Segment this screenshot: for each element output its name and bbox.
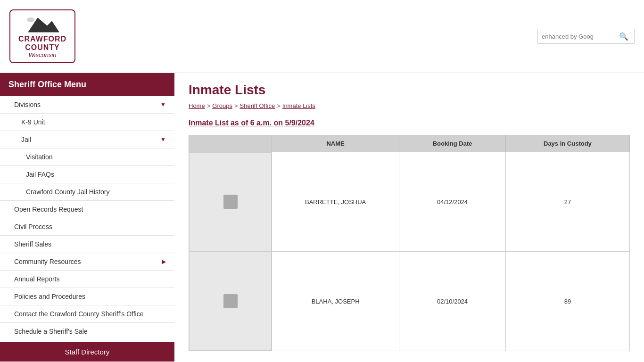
sidebar-item-visitation[interactable]: Visitation [0, 148, 174, 166]
sidebar-item-divisions[interactable]: Divisions ▼ [0, 96, 174, 114]
breadcrumb-sep2: > [234, 102, 238, 109]
breadcrumb: Home > Groups > Sheriff Office > Inmate … [189, 102, 630, 109]
breadcrumb-inmate-lists[interactable]: Inmate Lists [282, 102, 315, 109]
sidebar-item-annual-reports[interactable]: Annual Reports [0, 271, 174, 288]
sidebar-item-label: Jail FAQs [26, 171, 54, 178]
inmate-name: BARRETTE, JOSHUA [272, 152, 399, 252]
sidebar-item-label: Contact the Crawford County Sheriff's Of… [14, 310, 144, 318]
sidebar-item-sheriff-sales[interactable]: Sheriff Sales [0, 236, 174, 253]
table-header-days: Days in Custody [505, 135, 629, 152]
search-input[interactable] [542, 33, 617, 40]
inmate-list-title: Inmate List as of 6 a.m. on 5/9/2024 [189, 119, 630, 127]
logo-area: CRAWFORD COUNTY Wisconsin [9, 9, 75, 63]
logo-wisconsin: Wisconsin [28, 51, 56, 58]
logo-mountain-icon [24, 14, 61, 33]
sidebar-item-community-resources[interactable]: Community Resources ▶ [0, 253, 174, 271]
sidebar-item-label: Divisions [14, 101, 41, 108]
sidebar-item-label: Sheriff Sales [14, 240, 51, 248]
main-layout: Sheriff Office Menu Divisions ▼ K-9 Unit… [0, 73, 644, 362]
inmate-booking-date: 02/10/2024 [399, 252, 506, 351]
photo-placeholder [223, 294, 238, 308]
inmate-photo-cell [189, 152, 272, 252]
breadcrumb-groups[interactable]: Groups [212, 102, 232, 109]
table-row: BARRETTE, JOSHUA 04/12/2024 27 [189, 152, 630, 252]
breadcrumb-sep3: > [277, 102, 281, 109]
inmate-days: 27 [505, 152, 629, 252]
table-header-name: NAME [272, 135, 399, 152]
inmate-booking-date: 04/12/2024 [399, 152, 506, 252]
inmate-name: BLAHA, JOSEPH [272, 252, 399, 351]
chevron-right-icon: ▶ [162, 258, 166, 265]
inmate-photo [189, 252, 272, 351]
breadcrumb-sheriff-office[interactable]: Sheriff Office [240, 102, 275, 109]
sidebar-item-label: Crawford County Jail History [26, 188, 109, 196]
staff-directory-button[interactable]: Staff Directory [0, 342, 174, 362]
sidebar-item-jail-history[interactable]: Crawford County Jail History [0, 183, 174, 201]
sidebar-item-label: Annual Reports [14, 275, 60, 283]
sidebar-item-policies[interactable]: Policies and Procedures [0, 288, 174, 305]
photo-placeholder [223, 195, 238, 209]
sidebar-item-open-records[interactable]: Open Records Request [0, 201, 174, 218]
inmate-photo-cell [189, 252, 272, 351]
sidebar-item-jail[interactable]: Jail ▼ [0, 131, 174, 148]
table-header-booking-date: Booking Date [399, 135, 506, 152]
table-header-photo [189, 135, 272, 152]
logo-county: COUNTY [25, 43, 60, 52]
sidebar-item-contact[interactable]: Contact the Crawford County Sheriff's Of… [0, 305, 174, 323]
sidebar-item-label: Policies and Procedures [14, 293, 85, 300]
sidebar-item-jail-faqs[interactable]: Jail FAQs [0, 166, 174, 183]
table-row: BLAHA, JOSEPH 02/10/2024 89 [189, 252, 630, 351]
chevron-down-icon: ▼ [160, 101, 166, 108]
inmate-table: NAME Booking Date Days in Custody BARRET… [189, 135, 630, 351]
main-content: Inmate Lists Home > Groups > Sheriff Off… [174, 73, 644, 361]
sidebar-item-label: K-9 Unit [21, 118, 45, 126]
breadcrumb-sep1: > [207, 102, 211, 109]
chevron-down-icon: ▼ [160, 136, 166, 143]
inmate-days: 89 [505, 252, 629, 351]
inmate-photo [189, 152, 272, 251]
sidebar-item-civil-process[interactable]: Civil Process [0, 218, 174, 236]
sidebar-item-label: Jail [21, 136, 31, 143]
page-title: Inmate Lists [189, 82, 630, 98]
breadcrumb-home[interactable]: Home [189, 102, 205, 109]
table-header-row: NAME Booking Date Days in Custody [189, 135, 630, 152]
svg-point-2 [27, 17, 34, 22]
sidebar-item-label: Civil Process [14, 223, 52, 230]
search-bar: 🔍 [537, 29, 635, 44]
sidebar-item-schedule-sale[interactable]: Schedule a Sheriff's Sale [0, 323, 174, 340]
search-button[interactable]: 🔍 [617, 32, 630, 41]
logo-crawford: CRAWFORD [18, 35, 66, 43]
sidebar-item-label: Schedule a Sheriff's Sale [14, 328, 88, 335]
logo-box: CRAWFORD COUNTY Wisconsin [9, 9, 75, 63]
sidebar-header: Sheriff Office Menu [0, 73, 174, 96]
sidebar: Sheriff Office Menu Divisions ▼ K-9 Unit… [0, 73, 174, 362]
sidebar-item-k9[interactable]: K-9 Unit [0, 114, 174, 131]
sidebar-item-label: Visitation [26, 153, 53, 161]
sidebar-item-label: Community Resources [14, 258, 81, 265]
header: CRAWFORD COUNTY Wisconsin 🔍 [0, 0, 644, 73]
sidebar-item-label: Open Records Request [14, 206, 83, 213]
